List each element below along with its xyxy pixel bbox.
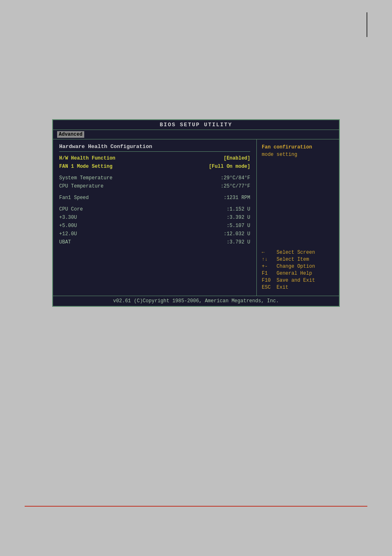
v120-label: +12.0U xyxy=(59,231,77,237)
key-change-option: Change Option xyxy=(277,264,315,269)
bottom-decorative-line xyxy=(25,506,367,507)
key-row-f10: F10 Save and Exit xyxy=(262,278,334,283)
key-help-section: ← Select Screen ↑↓ Select Item +- Change… xyxy=(262,250,334,292)
cpu-temp-row: CPU Temperature :25°C/77°F xyxy=(59,183,250,190)
fan1-mode-label: FAN 1 Mode Setting xyxy=(59,164,113,169)
v330-value: :3.392 U xyxy=(226,215,250,220)
bios-nav-bar: Advanced xyxy=(53,130,339,139)
v500-value: :5.107 U xyxy=(226,223,250,229)
decorative-line xyxy=(367,12,367,37)
bios-content: Hardware Health Configuration H/W Health… xyxy=(53,139,339,296)
help-title: Fan confiruration xyxy=(262,144,312,150)
key-select-screen: Select Screen xyxy=(277,250,315,255)
help-text: Fan confiruration mode setting xyxy=(262,144,334,158)
v330-label: +3.30U xyxy=(59,215,77,220)
key-f10: F10 xyxy=(262,278,273,283)
fan1-speed-value: :1231 RPM xyxy=(224,195,250,201)
key-row-change-option: +- Change Option xyxy=(262,264,334,269)
section-title: Hardware Health Configuration xyxy=(59,144,250,152)
cpu-core-value: :1.152 U xyxy=(226,206,250,212)
separator-2 xyxy=(59,191,250,195)
v500-row: +5.00U :5.107 U xyxy=(59,222,250,229)
key-plusminus: +- xyxy=(262,264,273,269)
right-panel: Fan confiruration mode setting ← Select … xyxy=(257,139,339,296)
fan1-mode-value: [Full On mode] xyxy=(209,164,250,169)
v500-label: +5.00U xyxy=(59,223,77,229)
v120-row: +12.0U :12.032 U xyxy=(59,231,250,237)
system-temp-label: System Temperature xyxy=(59,175,113,181)
hw-health-value: [Enabled] xyxy=(224,155,250,161)
key-row-select-item: ↑↓ Select Item xyxy=(262,257,334,262)
hw-health-label: H/W Health Function xyxy=(59,155,115,161)
key-esc: ESC xyxy=(262,285,273,290)
key-exit: Exit xyxy=(277,285,288,290)
key-select-item: Select Item xyxy=(277,257,309,262)
ubat-value: :3.792 U xyxy=(226,239,250,245)
footer-text: v02.61 (C)Copyright 1985-2006, American … xyxy=(113,298,279,304)
cpu-core-label: CPU Core xyxy=(59,206,83,212)
system-temp-row: System Temperature :29°C/84°F xyxy=(59,175,250,181)
v330-row: +3.30U :3.392 U xyxy=(59,214,250,221)
fan1-speed-row: Fan1 Speed :1231 RPM xyxy=(59,195,250,201)
main-panel: Hardware Health Configuration H/W Health… xyxy=(53,139,257,296)
key-row-select-screen: ← Select Screen xyxy=(262,250,334,255)
key-row-f1: F1 General Help xyxy=(262,271,334,276)
cpu-temp-label: CPU Temperature xyxy=(59,183,104,189)
v120-value: :12.032 U xyxy=(224,231,250,237)
fan1-speed-label: Fan1 Speed xyxy=(59,195,89,201)
key-arrow-lr: ← xyxy=(262,250,273,255)
help-subtitle: mode setting xyxy=(262,152,297,158)
ubat-label: UBAT xyxy=(59,239,71,245)
key-arrow-ud: ↑↓ xyxy=(262,257,273,262)
fan1-mode-row: FAN 1 Mode Setting [Full On mode] xyxy=(59,163,250,170)
system-temp-value: :29°C/84°F xyxy=(221,175,250,181)
bios-window: BIOS SETUP UTILITY Advanced Hardware Hea… xyxy=(52,119,340,307)
separator-3 xyxy=(59,203,250,206)
cpu-temp-value: :25°C/77°F xyxy=(221,183,250,189)
cpu-core-row: CPU Core :1.152 U xyxy=(59,206,250,213)
bios-footer: v02.61 (C)Copyright 1985-2006, American … xyxy=(53,296,339,306)
key-save-exit: Save and Exit xyxy=(277,278,315,283)
key-f1: F1 xyxy=(262,271,273,276)
bios-title: BIOS SETUP UTILITY xyxy=(160,122,232,128)
separator-1 xyxy=(59,171,250,175)
hw-health-function-row: H/W Health Function [Enabled] xyxy=(59,155,250,162)
bios-title-bar: BIOS SETUP UTILITY xyxy=(53,120,339,130)
nav-item-advanced[interactable]: Advanced xyxy=(57,131,84,138)
key-row-esc: ESC Exit xyxy=(262,285,334,290)
ubat-row: UBAT :3.792 U xyxy=(59,239,250,246)
key-general-help: General Help xyxy=(277,271,312,276)
